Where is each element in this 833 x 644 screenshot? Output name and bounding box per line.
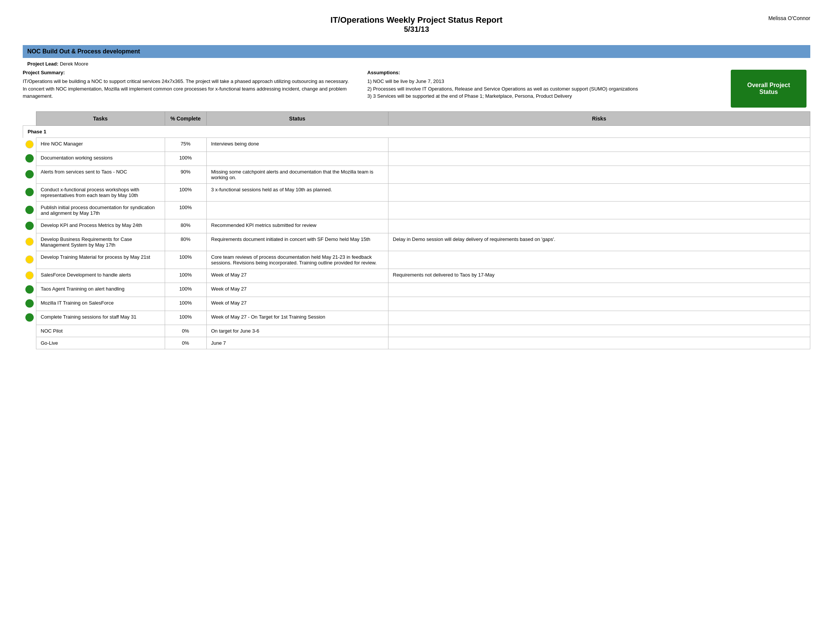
dot-cell xyxy=(23,251,36,269)
risks-cell xyxy=(388,337,810,349)
project-lead-label: Project Lead: xyxy=(27,61,58,67)
pct-cell: 80% xyxy=(165,219,206,233)
dot-cell xyxy=(23,283,36,297)
pct-cell: 100% xyxy=(165,297,206,311)
pct-cell: 100% xyxy=(165,184,206,201)
summary-right-text-3: 3) 3 Services will be supported at the e… xyxy=(367,92,697,100)
status-dot-yellow xyxy=(26,238,34,246)
dot-cell xyxy=(23,233,36,251)
overall-status-badge: Overall Project Status xyxy=(731,70,807,108)
col-tasks: Tasks xyxy=(36,112,165,126)
status-cell xyxy=(206,201,388,219)
author-area: Melissa O'Connor xyxy=(742,15,810,21)
pct-cell: 90% xyxy=(165,166,206,184)
report-title: IT/Operations Weekly Project Status Repo… xyxy=(91,15,742,25)
dot-cell xyxy=(23,297,36,311)
risks-cell xyxy=(388,184,810,201)
author-name: Melissa O'Connor xyxy=(768,15,810,21)
main-table-container: Tasks % Complete Status Risks Phase 1Hir… xyxy=(23,108,810,349)
task-cell: Complete Training sessions for staff May… xyxy=(36,311,165,325)
summary-left: Project Summary: IT/Operations will be b… xyxy=(23,70,352,108)
table-row: Go-Live0%June 7 xyxy=(23,337,810,349)
status-cell: Missing some catchpoint alerts and docum… xyxy=(206,166,388,184)
pct-cell: 75% xyxy=(165,138,206,152)
dot-cell xyxy=(23,311,36,325)
summary-right-heading: Assumptions: xyxy=(367,70,697,76)
status-dot-yellow xyxy=(26,255,34,264)
task-cell: NOC Pilot xyxy=(36,325,165,337)
summary-right-text-2: 2) Processes will involve IT Operations,… xyxy=(367,85,697,93)
phase-1-label: Phase 1 xyxy=(23,126,810,138)
status-cell: 3 x-functional sessions held as of May 1… xyxy=(206,184,388,201)
pct-cell: 100% xyxy=(165,201,206,219)
risks-cell xyxy=(388,138,810,152)
table-row: Hire NOC Manager75%Interviews being done xyxy=(23,138,810,152)
status-cell: Recommended KPI metrics submitted for re… xyxy=(206,219,388,233)
table-row: Taos Agent Tranining on alert handling10… xyxy=(23,283,810,297)
pct-cell: 0% xyxy=(165,337,206,349)
risks-cell xyxy=(388,311,810,325)
status-cell: Interviews being done xyxy=(206,138,388,152)
status-dot-green xyxy=(26,299,34,308)
table-row: Documentation working sessions100% xyxy=(23,152,810,166)
table-row: Conduct x-functional process workshops w… xyxy=(23,184,810,201)
summary-right: Assumptions: 1) NOC will be live by June… xyxy=(367,70,697,108)
report-date: 5/31/13 xyxy=(91,25,742,34)
risks-cell xyxy=(388,201,810,219)
task-cell: Publish initial process documentation fo… xyxy=(36,201,165,219)
dot-col-header xyxy=(23,112,36,126)
table-row: NOC Pilot0%On target for June 3-6 xyxy=(23,325,810,337)
project-lead-line: Project Lead: Derek Moore xyxy=(23,60,810,70)
status-dot-green xyxy=(26,222,34,230)
tasks-table: Tasks % Complete Status Risks Phase 1Hir… xyxy=(23,111,810,349)
summary-section: Project Summary: IT/Operations will be b… xyxy=(23,70,810,108)
task-cell: Taos Agent Tranining on alert handling xyxy=(36,283,165,297)
task-cell: Alerts from services sent to Taos - NOC xyxy=(36,166,165,184)
dot-cell xyxy=(23,138,36,152)
summary-right-text-1: 1) NOC will be live by June 7, 2013 xyxy=(367,78,697,85)
col-risks: Risks xyxy=(388,112,810,126)
project-lead-name: Derek Moore xyxy=(60,61,88,67)
dot-cell xyxy=(23,219,36,233)
header-area: IT/Operations Weekly Project Status Repo… xyxy=(23,15,810,34)
table-row: Develop Business Requirements for Case M… xyxy=(23,233,810,251)
pct-cell: 80% xyxy=(165,233,206,251)
risks-cell xyxy=(388,251,810,269)
status-dot-green xyxy=(26,206,34,214)
phase-1-row: Phase 1 xyxy=(23,126,810,138)
status-dot-yellow xyxy=(26,140,34,148)
summary-left-text: IT/Operations will be building a NOC to … xyxy=(23,78,352,100)
pct-cell: 0% xyxy=(165,325,206,337)
status-dot-green xyxy=(26,313,34,322)
task-cell: Conduct x-functional process workshops w… xyxy=(36,184,165,201)
risks-cell xyxy=(388,152,810,166)
task-cell: Develop KPI and Process Metrics by May 2… xyxy=(36,219,165,233)
status-dot-green xyxy=(26,188,34,196)
risks-cell: Delay in Demo session will delay deliver… xyxy=(388,233,810,251)
risks-cell xyxy=(388,283,810,297)
pct-cell: 100% xyxy=(165,251,206,269)
table-row: SalesForce Development to handle alerts1… xyxy=(23,269,810,283)
dot-cell xyxy=(23,269,36,283)
dot-cell xyxy=(23,184,36,201)
dot-cell xyxy=(23,337,36,349)
status-dot-green xyxy=(26,285,34,294)
project-banner: NOC Build Out & Process development xyxy=(23,45,810,58)
task-cell: Mozilla IT Training on SalesForce xyxy=(36,297,165,311)
status-badge-container: Overall Project Status xyxy=(727,70,810,108)
task-cell: Hire NOC Manager xyxy=(36,138,165,152)
status-dot-green xyxy=(26,170,34,179)
task-cell: Go-Live xyxy=(36,337,165,349)
summary-left-heading: Project Summary: xyxy=(23,70,352,76)
task-cell: Develop Training Material for process by… xyxy=(36,251,165,269)
dot-cell xyxy=(23,166,36,184)
task-cell: Documentation working sessions xyxy=(36,152,165,166)
status-cell: On target for June 3-6 xyxy=(206,325,388,337)
table-row: Complete Training sessions for staff May… xyxy=(23,311,810,325)
status-cell: Core team reviews of process documentati… xyxy=(206,251,388,269)
table-row: Publish initial process documentation fo… xyxy=(23,201,810,219)
table-row: Mozilla IT Training on SalesForce100%Wee… xyxy=(23,297,810,311)
status-cell: Week of May 27 xyxy=(206,269,388,283)
risks-cell xyxy=(388,297,810,311)
project-banner-title: NOC Build Out & Process development xyxy=(27,48,140,55)
